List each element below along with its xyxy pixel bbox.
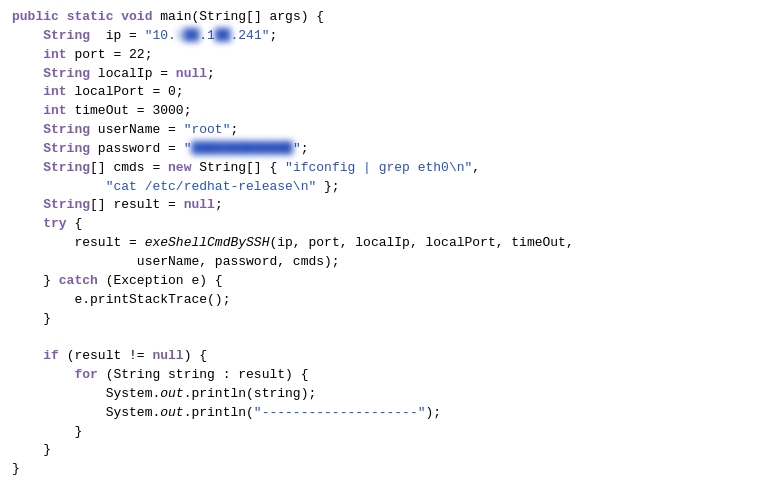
method-exeshell: exeShellCmdBySSH <box>145 235 270 250</box>
code-line-16: e.printStackTrace(); <box>12 291 750 310</box>
code-line-9: String[] cmds = new String[] { "ifconfig… <box>12 159 750 178</box>
method-main: main(String[] args) { <box>160 9 324 24</box>
string-cmd1: "ifconfig | grep eth0\n" <box>285 160 472 175</box>
keyword-string-5: String <box>43 160 90 175</box>
string-separator: "--------------------" <box>254 405 426 420</box>
code-line-23: } <box>12 423 750 442</box>
code-viewer: public static void main(String[] args) {… <box>0 0 762 501</box>
code-line-24: } <box>12 441 750 460</box>
code-line-7: String userName = "root"; <box>12 121 750 140</box>
keyword-null-3: null <box>152 348 183 363</box>
keyword-null-1: null <box>176 66 207 81</box>
keyword-string-3: String <box>43 122 90 137</box>
keyword-if: if <box>43 348 59 363</box>
string-username: "root" <box>184 122 231 137</box>
code-line-22: System.out.println("--------------------… <box>12 404 750 423</box>
code-line-11: String[] result = null; <box>12 196 750 215</box>
string-ip: "10.1██.1██.241" <box>145 28 270 43</box>
code-line-12: try { <box>12 215 750 234</box>
code-line-2: String ip = "10.1██.1██.241"; <box>12 27 750 46</box>
keyword-new: new <box>168 160 191 175</box>
keyword-string-2: String <box>43 66 90 81</box>
code-line-19: if (result != null) { <box>12 347 750 366</box>
method-out-1: out <box>160 386 183 401</box>
code-line-20: for (String string : result) { <box>12 366 750 385</box>
keyword-try: try <box>43 216 66 231</box>
code-line-5: int localPort = 0; <box>12 83 750 102</box>
code-line-25: } <box>12 460 750 479</box>
method-out-2: out <box>160 405 183 420</box>
keyword-void: void <box>121 9 152 24</box>
code-line-13: result = exeShellCmdBySSH(ip, port, loca… <box>12 234 750 253</box>
keyword-null-2: null <box>184 197 215 212</box>
code-line-18 <box>12 328 750 347</box>
keyword-string-6: String <box>43 197 90 212</box>
code-line-1: public static void main(String[] args) { <box>12 8 750 27</box>
keyword-string-4: String <box>43 141 90 156</box>
code-line-21: System.out.println(string); <box>12 385 750 404</box>
string-password: "█████████████" <box>184 141 301 156</box>
keyword-catch: catch <box>59 273 98 288</box>
code-line-3: int port = 22; <box>12 46 750 65</box>
code-line-8: String password = "█████████████"; <box>12 140 750 159</box>
code-line-10: "cat /etc/redhat-release\n" }; <box>12 178 750 197</box>
keyword-int-2: int <box>43 84 66 99</box>
code-line-6: int timeOut = 3000; <box>12 102 750 121</box>
code-line-14: userName, password, cmds); <box>12 253 750 272</box>
keyword-int-3: int <box>43 103 66 118</box>
code-line-4: String localIp = null; <box>12 65 750 84</box>
keyword-int-1: int <box>43 47 66 62</box>
code-line-17: } <box>12 310 750 329</box>
keyword-for: for <box>74 367 97 382</box>
keyword-public: public <box>12 9 59 24</box>
string-cmd2: "cat /etc/redhat-release\n" <box>106 179 317 194</box>
code-line-15: } catch (Exception e) { <box>12 272 750 291</box>
keyword-string-1: String <box>43 28 90 43</box>
keyword-static: static <box>67 9 114 24</box>
